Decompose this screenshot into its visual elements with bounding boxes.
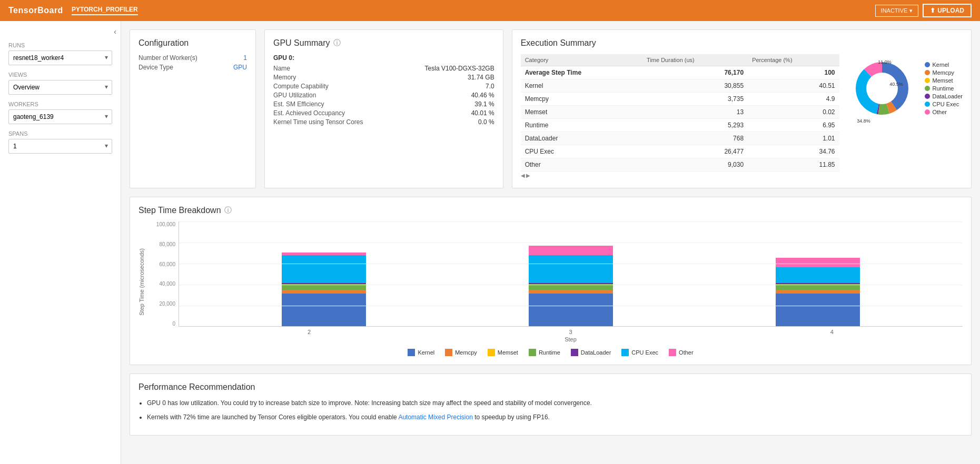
gpu-row: NameTesla V100-DGXS-32GB (273, 65, 494, 72)
bar-segment-kernel (282, 294, 366, 326)
tensorboard-logo: TensorBoard (8, 6, 63, 15)
execution-table: Category Time Duration (us) Percentage (… (521, 54, 839, 179)
legend-item: Kernel (925, 62, 963, 68)
exec-row: DataLoader7681.01 (521, 132, 839, 145)
runs-label: Runs (8, 42, 112, 48)
exec-category: Other (521, 158, 642, 172)
exec-percentage: 1.01 (748, 132, 839, 145)
legend-item: Memcpy (925, 69, 963, 76)
config-key: Device Type (138, 64, 173, 71)
exec-row: Kernel30,85540.51 (521, 79, 839, 93)
col-category: Category (521, 54, 642, 66)
execution-chart: 40.5%34.8%11.0% KernelMemcpyMemsetRuntim… (848, 54, 963, 123)
y-tick: 100,000 (156, 221, 175, 227)
chart-legend-color (488, 349, 495, 356)
exec-category: Runtime (521, 119, 642, 132)
y-tick: 0 (172, 321, 175, 327)
grid-line-2 (179, 243, 963, 243)
legend-label: DataLoader (933, 93, 963, 99)
bar-segment-other (776, 258, 860, 267)
runs-select[interactable]: resnet18_worker4 (8, 51, 112, 65)
gpu-key: Est. Achieved Occupancy (273, 109, 345, 117)
legend-dot (925, 78, 930, 83)
exec-tbody: Average Step Time76,170100Kernel30,85540… (521, 66, 839, 172)
gpu-row: Kernel Time using Tensor Cores0.0 % (273, 118, 494, 126)
chart-legend-label: DataLoader (581, 349, 611, 356)
exec-category: Memcpy (521, 93, 642, 106)
chart-legend-color (621, 349, 629, 356)
perf-link[interactable]: Automatic Mixed Precision (398, 413, 472, 421)
y-tick: 80,000 (159, 241, 175, 247)
spans-select[interactable]: 1 (8, 139, 112, 154)
views-select-wrap: Overview (8, 80, 112, 95)
svg-point-1 (866, 73, 898, 104)
workers-section: Workers gaoteng_6139 (0, 97, 121, 126)
upload-button[interactable]: ⬆ UPLOAD (923, 4, 972, 17)
chart-inner: 100,00080,00060,00040,00020,0000 (147, 221, 963, 342)
workers-select[interactable]: gaoteng_6139 (8, 109, 112, 124)
y-axis-ticks: 100,00080,00060,00040,00020,0000 (147, 221, 179, 327)
legend-label: Memset (933, 77, 953, 84)
gpu-key: GPU Utilization (273, 92, 316, 99)
status-label: INACTIVE (881, 7, 908, 14)
sidebar-collapse-button[interactable]: ‹ (0, 25, 121, 38)
status-arrow: ▾ (909, 7, 913, 14)
exec-duration: 768 (642, 132, 748, 145)
chart-legend-color (571, 349, 578, 356)
legend-label: Other (933, 109, 947, 115)
exec-duration: 13 (642, 106, 748, 119)
exec-row: Runtime5,2936.95 (521, 119, 839, 132)
chart-legend-color (445, 349, 452, 356)
step-time-title: Step Time Breakdown ⓘ (138, 206, 963, 215)
y-axis-label: Step Time (microseconds) (138, 248, 145, 316)
x-tick: 2 (308, 329, 311, 335)
bar-segment-memcpy (776, 290, 860, 294)
exec-row: CPU Exec26,47734.76 (521, 145, 839, 158)
legend-item: CPU Exec (925, 101, 963, 107)
y-tick: 20,000 (159, 301, 175, 307)
spans-section: Spans 1 (0, 126, 121, 156)
x-labels: 234 (179, 329, 963, 335)
grid-line-5 (179, 306, 963, 306)
execution-layout: Category Time Duration (us) Percentage (… (521, 54, 963, 179)
exec-percentage: 0.02 (748, 106, 839, 119)
x-tick: 3 (569, 329, 572, 335)
upload-icon: ⬆ (930, 7, 935, 14)
exec-tbl: Category Time Duration (us) Percentage (… (521, 54, 839, 172)
gpu-info-icon[interactable]: ⓘ (333, 38, 341, 48)
step-info-icon[interactable]: ⓘ (224, 206, 232, 215)
col-percentage: Percentage (%) (748, 54, 839, 66)
configuration-rows: Number of Worker(s)1Device TypeGPU (138, 54, 247, 71)
gpu-row: Est. Achieved Occupancy40.01 % (273, 109, 494, 117)
chart-legend-color (669, 349, 676, 356)
gpu-key: Kernel Time using Tensor Cores (273, 118, 363, 126)
bar-segment-kernel (776, 294, 860, 326)
gpu-label: GPU 0: (273, 54, 494, 62)
spans-select-wrap: 1 (8, 139, 112, 154)
gpu-value: 31.74 GB (468, 74, 494, 81)
bar-stack[interactable] (529, 246, 613, 326)
config-value: 1 (243, 54, 247, 62)
performance-card: Performance Recommendation GPU 0 has low… (130, 374, 972, 436)
donut-label: 34.8% (857, 118, 870, 123)
chart-legend-label: Kernel (418, 349, 434, 356)
chart-legend: KernelMemcpyMemsetRuntimeDataLoaderCPU E… (138, 349, 963, 356)
donut-label: 11.0% (878, 59, 892, 65)
runs-select-wrap: resnet18_worker4 (8, 51, 112, 65)
runs-section: Runs resnet18_worker4 (0, 38, 121, 67)
exec-category: Average Step Time (521, 66, 642, 79)
chart-legend-label: Runtime (539, 349, 560, 356)
bar-segment-cpuexec (282, 255, 366, 283)
chart-bars-row: 100,00080,00060,00040,00020,0000 (147, 221, 963, 327)
gpu-value: 0.0 % (478, 118, 494, 126)
bar-stack[interactable] (776, 258, 860, 326)
performance-title: Performance Recommendation (138, 382, 963, 392)
views-select[interactable]: Overview (8, 80, 112, 95)
exec-duration: 76,170 (642, 66, 748, 79)
chart-legend-item: Other (669, 349, 694, 356)
status-dropdown[interactable]: INACTIVE ▾ (875, 5, 919, 17)
spans-label: Spans (8, 130, 112, 137)
grid-line-3 (179, 264, 963, 264)
donut-svg: 40.5%34.8%11.0% (848, 54, 916, 123)
chart-legend-item: Memcpy (445, 349, 477, 356)
